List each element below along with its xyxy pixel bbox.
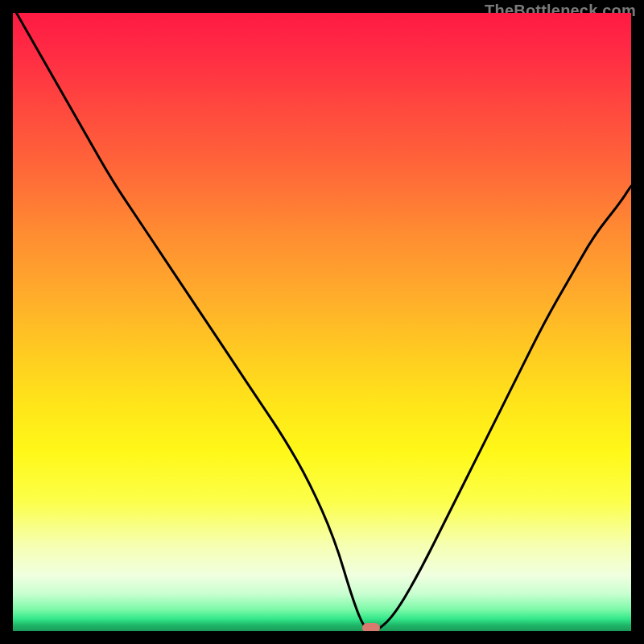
bottleneck-curve xyxy=(13,13,631,631)
plot-area xyxy=(13,13,631,631)
chart-stage: TheBottleneck.com xyxy=(0,0,644,644)
curve-path xyxy=(13,13,631,631)
optimal-marker xyxy=(362,623,380,631)
